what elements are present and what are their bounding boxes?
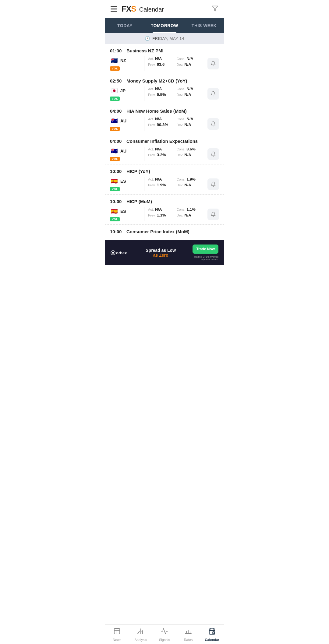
act-cell: Act. N/A (148, 86, 177, 91)
cons-value: N/A (186, 56, 193, 61)
header-left: FXS Calendar (111, 4, 164, 14)
dev-cell: Dev. N/A (177, 213, 205, 217)
country-flag: 🇳🇿 (110, 56, 119, 65)
ad-text-block: Spread as Low as Zero (132, 248, 189, 258)
event-item: 02:50 Money Supply M2+CD (YoY) 🇯🇵 JP VOL… (105, 74, 224, 104)
event-name: Money Supply M2+CD (YoY) (126, 78, 187, 83)
stats-grid: Act. N/A Cons. 1.1% Prev. 1.1% Dev. N/A (148, 207, 205, 217)
bell-button[interactable] (207, 209, 219, 220)
vertical-divider (144, 56, 144, 71)
act-cell: Act. N/A (148, 177, 177, 181)
cons-cell: Cons. 1.9% (177, 177, 205, 181)
bell-button[interactable] (207, 88, 219, 100)
vol-badge: VOL (110, 157, 120, 161)
hamburger-menu[interactable] (111, 6, 117, 12)
prev-value: 63.6 (157, 62, 164, 67)
tab-bar: TODAY TOMORROW THIS WEEK (105, 18, 224, 33)
prev-cell: Prev. 90.3% (148, 122, 177, 127)
dev-cell: Dev. N/A (177, 153, 205, 157)
tab-this-week[interactable]: THIS WEEK (184, 18, 224, 33)
logo-s: S (131, 4, 136, 13)
act-cell: Act. N/A (148, 117, 177, 121)
prev-cell: Prev. 3.2% (148, 153, 177, 157)
prev-label: Prev. (148, 63, 156, 66)
event-item: 10:00 HICP (MoM) 🇪🇸 ES VOL Act. N/A Cons… (105, 195, 224, 225)
bell-button[interactable] (207, 148, 219, 160)
vol-badge: VOL (110, 97, 120, 101)
event-name: Consumer Price Index (MoM) (126, 229, 189, 234)
stats-grid: Act. N/A Cons. N/A Prev. 90.3% Dev. N/A (148, 117, 205, 127)
cons-cell: Cons. 1.1% (177, 207, 205, 212)
events-list: 01:30 Business NZ PMI 🇳🇿 NZ VOL Act. N/A… (105, 44, 224, 302)
cons-cell: Cons. 3.6% (177, 147, 205, 151)
svg-point-2 (112, 252, 114, 254)
country-flag: 🇪🇸 (110, 207, 119, 216)
tab-today[interactable]: TODAY (105, 18, 145, 33)
stats-grid: Act. N/A Cons. 3.6% Prev. 3.2% Dev. N/A (148, 147, 205, 157)
country-code: NZ (120, 58, 126, 63)
ad-logo: orbex (111, 250, 129, 255)
ad-headline: Spread as Low as Zero (132, 248, 189, 258)
bell-button[interactable] (207, 178, 219, 190)
country-info: 🇪🇸 ES VOL (110, 207, 140, 221)
act-cell: Act. N/A (148, 56, 177, 61)
vertical-divider (144, 207, 144, 221)
bell-button[interactable] (207, 58, 219, 69)
stats-grid: Act. N/A Cons. 1.9% Prev. 1.9% Dev. N/A (148, 177, 205, 187)
ad-cta-block: Trade Now Trading CFDs involves high ris… (193, 245, 218, 261)
app-title: Calendar (139, 6, 164, 13)
prev-cell: Prev. 1.1% (148, 213, 177, 217)
event-item: 04:00 Consumer Inflation Expectations 🇦🇺… (105, 134, 224, 164)
country-code: AU (120, 118, 126, 123)
country-info: 🇳🇿 NZ VOL (110, 56, 140, 71)
act-cell: Act. N/A (148, 147, 177, 151)
event-time: 10:00 (110, 229, 125, 234)
svg-marker-0 (212, 6, 218, 11)
event-time: 10:00 (110, 199, 125, 204)
logo-fx: FX (122, 4, 131, 13)
country-code: JP (120, 88, 126, 93)
country-info: 🇯🇵 JP VOL (110, 86, 140, 101)
vol-badge: VOL (110, 66, 120, 71)
country-code: ES (120, 179, 126, 184)
stats-grid: Act. N/A Cons. N/A Prev. 9.5% Dev. N/A (148, 86, 205, 97)
vertical-divider (144, 147, 144, 161)
event-time: 04:00 (110, 108, 125, 114)
ad-sub-text: as Zero (153, 253, 168, 258)
cons-cell: Cons. N/A (177, 117, 205, 121)
tab-tomorrow[interactable]: TOMORROW (145, 18, 184, 33)
trade-now-button[interactable]: Trade Now (193, 245, 218, 254)
vertical-divider (144, 86, 144, 101)
dev-cell: Dev. N/A (177, 183, 205, 187)
country-info: 🇦🇺 AU VOL (110, 117, 140, 131)
event-item: 10:00 Consumer Price Index (MoM) (105, 225, 224, 240)
prev-cell: Prev. 63.6 (148, 62, 177, 67)
event-name: HICP (YoY) (126, 169, 150, 174)
event-name: HIA New Home Sales (MoM) (126, 108, 187, 114)
filter-icon[interactable] (212, 5, 218, 13)
country-flag: 🇦🇺 (110, 117, 119, 125)
country-info: 🇦🇺 AU VOL (110, 147, 140, 161)
stats-grid: Act. N/A Cons. N/A Prev. 63.6 Dev. N/A (148, 56, 205, 67)
country-flag: 🇦🇺 (110, 147, 119, 155)
date-header: 🕐 FRIDAY, MAY 14 (105, 33, 224, 44)
ad-logo-text: orbex (116, 251, 127, 255)
date-text: FRIDAY, MAY 14 (152, 36, 184, 41)
event-time: 01:30 (110, 48, 125, 53)
event-time: 10:00 (110, 169, 125, 174)
ad-main-text: Spread as Low (146, 248, 176, 253)
event-time: 04:00 (110, 139, 125, 144)
dev-cell: Dev. N/A (177, 92, 205, 97)
event-item: 01:30 Business NZ PMI 🇳🇿 NZ VOL Act. N/A… (105, 44, 224, 74)
act-label: Act. (148, 57, 154, 61)
event-name: HICP (MoM) (126, 199, 152, 204)
dev-value: N/A (184, 62, 191, 67)
app-header: FXS Calendar (105, 0, 224, 18)
cons-cell: Cons. N/A (177, 56, 205, 61)
country-code: AU (120, 149, 126, 153)
bell-button[interactable] (207, 118, 219, 130)
vol-badge: VOL (110, 217, 120, 221)
country-flag: 🇪🇸 (110, 177, 119, 185)
event-name: Business NZ PMI (126, 48, 164, 53)
cons-cell: Cons. N/A (177, 86, 205, 91)
